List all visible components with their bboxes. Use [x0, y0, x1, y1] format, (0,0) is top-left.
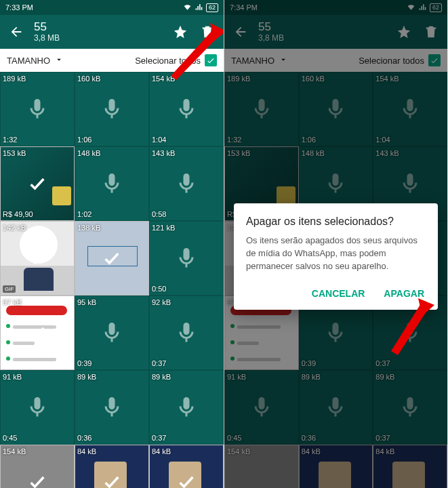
- cell-size: 89 kB: [77, 373, 96, 381]
- selection-count: 55: [34, 21, 163, 34]
- cell-duration: 1:02: [77, 210, 91, 218]
- cell-duration: 1:32: [3, 136, 17, 144]
- cell-duration: 0:37: [152, 359, 166, 367]
- cell-size: 92 kB: [152, 298, 171, 306]
- media-cell[interactable]: 142 kBGIF: [0, 221, 75, 296]
- select-all-checkbox[interactable]: [205, 54, 217, 66]
- phone-right: 7:34 PM 62 55 3,8 MB TAMANHO: [224, 0, 447, 488]
- cell-size: 97 kB: [3, 298, 22, 306]
- mic-icon: [100, 97, 124, 121]
- mic-icon: [25, 395, 49, 420]
- media-cell[interactable]: 148 kB1:02: [75, 146, 149, 221]
- cell-size: 84 kB: [77, 447, 96, 455]
- gif-badge: GIF: [3, 285, 16, 293]
- cell-duration: 0:58: [152, 210, 166, 218]
- cell-size: 89 kB: [152, 373, 171, 381]
- cell-size: 160 kB: [77, 75, 100, 83]
- mic-icon: [174, 321, 199, 345]
- phone-left: 7:33 PM 62 55 3,8 MB TAMANHO: [0, 0, 224, 488]
- media-cell[interactable]: 95 kB0:39: [75, 296, 149, 370]
- check-icon: [28, 249, 47, 268]
- app-bar: 55 3,8 MB: [0, 15, 224, 49]
- chevron-down-icon: [54, 55, 64, 66]
- delete-button[interactable]: [198, 22, 217, 41]
- mic-icon: [100, 171, 124, 196]
- media-cell[interactable]: 92 kB0:37: [149, 296, 224, 370]
- mic-icon: [25, 97, 49, 121]
- media-cell[interactable]: 153 kBR$ 49,90: [0, 146, 75, 221]
- filter-bar: TAMANHO Selecionar todos: [0, 49, 224, 72]
- mic-icon: [174, 395, 199, 420]
- selection-title: 55 3,8 MB: [34, 21, 163, 43]
- cell-size: 121 kB: [152, 224, 175, 232]
- cell-size: 154 kB: [3, 447, 26, 455]
- cell-duration: 1:06: [77, 136, 91, 144]
- check-icon: [102, 249, 121, 268]
- media-cell[interactable]: 154 kB: [0, 445, 75, 488]
- media-cell[interactable]: 154 kB1:04: [149, 72, 224, 146]
- media-grid-left: 189 kB1:32160 kB1:06154 kB1:04153 kBR$ 4…: [0, 72, 224, 488]
- media-cell[interactable]: 189 kB1:32: [0, 72, 75, 146]
- cell-size: 142 kB: [3, 224, 26, 232]
- cell-duration: 0:50: [152, 285, 166, 293]
- confirm-dialog: Apagar os itens selecionados? Os itens s…: [234, 203, 438, 310]
- media-cell[interactable]: 89 kB0:37: [149, 370, 224, 445]
- media-cell[interactable]: 97 kB: [0, 296, 75, 370]
- wifi-icon: [183, 3, 192, 13]
- check-icon: [102, 472, 121, 488]
- dialog-body: Os itens serão apagados dos seus arquivo…: [246, 235, 426, 273]
- media-cell[interactable]: 89 kB0:36: [75, 370, 149, 445]
- cell-size: 84 kB: [152, 447, 171, 455]
- media-cell[interactable]: 143 kB0:58: [149, 146, 224, 221]
- status-bar: 7:33 PM 62: [0, 0, 224, 15]
- cell-size: 153 kB: [3, 149, 26, 157]
- check-icon: [28, 174, 47, 193]
- check-icon: [28, 323, 47, 342]
- star-button[interactable]: [171, 22, 190, 41]
- check-icon: [28, 472, 47, 488]
- battery-icon: 62: [206, 3, 218, 12]
- media-cell[interactable]: 121 kB0:50: [149, 221, 224, 296]
- cell-size: 143 kB: [152, 149, 175, 157]
- cell-size: 148 kB: [77, 149, 100, 157]
- mic-icon: [174, 171, 199, 196]
- cell-size: 91 kB: [3, 373, 22, 381]
- cell-duration: 0:37: [152, 434, 166, 442]
- cancel-button[interactable]: CANCELAR: [310, 284, 367, 303]
- dialog-title: Apagar os itens selecionados?: [246, 216, 426, 228]
- media-cell[interactable]: 84 kB: [149, 445, 224, 488]
- mic-icon: [100, 395, 124, 420]
- selection-size: 3,8 MB: [34, 34, 163, 43]
- cell-size: 189 kB: [3, 75, 26, 83]
- sort-label[interactable]: TAMANHO: [7, 56, 50, 66]
- mic-icon: [100, 321, 124, 345]
- cell-size: 138 kB: [77, 224, 100, 232]
- cell-duration: 1:04: [152, 136, 166, 144]
- media-cell[interactable]: 91 kB0:45: [0, 370, 75, 445]
- signal-icon: [195, 3, 203, 13]
- mic-icon: [174, 246, 199, 270]
- mic-icon: [174, 97, 199, 121]
- cell-duration: 0:39: [77, 359, 91, 367]
- confirm-button[interactable]: APAGAR: [382, 284, 426, 303]
- media-cell[interactable]: 160 kB1:06: [75, 72, 149, 146]
- cell-duration: R$ 49,90: [3, 210, 33, 218]
- cell-size: 154 kB: [152, 75, 175, 83]
- back-button[interactable]: [7, 22, 26, 41]
- media-cell[interactable]: 138 kB: [75, 221, 149, 296]
- cell-duration: 0:45: [3, 434, 17, 442]
- check-icon: [177, 472, 196, 488]
- status-time: 7:33 PM: [5, 3, 33, 12]
- cell-duration: 0:36: [77, 434, 91, 442]
- media-cell[interactable]: 84 kB: [75, 445, 149, 488]
- select-all-label[interactable]: Selecionar todos: [135, 56, 201, 66]
- cell-size: 95 kB: [77, 298, 96, 306]
